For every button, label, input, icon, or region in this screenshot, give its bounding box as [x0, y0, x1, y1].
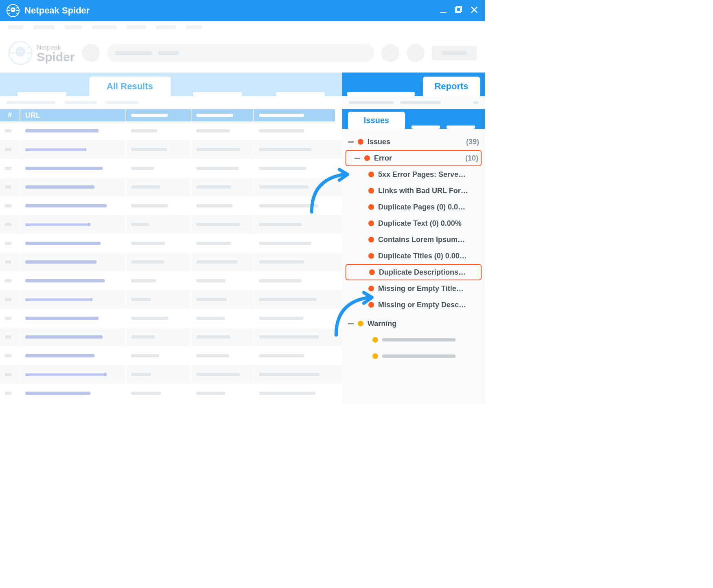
- table-row[interactable]: [0, 384, 342, 403]
- issues-tab-other[interactable]: [412, 126, 440, 129]
- error-item[interactable]: 5xx Error Pages: Serve…: [345, 166, 482, 183]
- column-header[interactable]: [254, 109, 336, 121]
- menu-item[interactable]: [64, 25, 82, 29]
- results-table: # URL: [0, 109, 342, 405]
- spider-logo-icon: [7, 4, 20, 17]
- column-index[interactable]: #: [0, 109, 20, 121]
- error-item[interactable]: Missing or Empty Title…: [345, 280, 482, 297]
- main-panel: All Results # URL: [0, 73, 342, 405]
- menu-item[interactable]: [186, 25, 202, 29]
- svg-point-3: [13, 9, 14, 10]
- menu-item[interactable]: [8, 25, 24, 29]
- table-row[interactable]: [0, 178, 342, 196]
- spider-logo-icon: [8, 41, 33, 65]
- warning-group[interactable]: Warning: [345, 315, 482, 332]
- column-header[interactable]: [191, 109, 254, 121]
- side-filter[interactable]: [400, 101, 441, 104]
- filters-row: [0, 96, 342, 109]
- side-tabs: Reports: [342, 73, 485, 96]
- issues-tab[interactable]: Issues: [348, 112, 405, 129]
- minimize-icon[interactable]: [439, 6, 447, 15]
- side-tab[interactable]: [347, 92, 415, 96]
- svg-point-2: [12, 9, 13, 10]
- start-button[interactable]: [432, 46, 477, 60]
- svg-point-10: [15, 47, 25, 57]
- titlebar: Netpeak Spider: [0, 0, 485, 21]
- issues-tab-other[interactable]: [447, 126, 475, 129]
- table-row[interactable]: [0, 234, 342, 253]
- severity-icon: [368, 220, 374, 226]
- filter-item[interactable]: [7, 101, 55, 104]
- window-controls: [439, 6, 478, 15]
- table-row[interactable]: [0, 290, 342, 309]
- table-row[interactable]: [0, 196, 342, 215]
- severity-icon: [368, 237, 374, 242]
- menu-item[interactable]: [126, 25, 146, 29]
- error-group[interactable]: Error (10): [345, 150, 482, 166]
- error-item[interactable]: Contains Lorem Ipsum…: [345, 231, 482, 248]
- column-url[interactable]: URL: [20, 109, 126, 121]
- side-panel: Reports Issues Issues (39) Error (10): [342, 73, 485, 405]
- severity-icon: [368, 172, 374, 177]
- filter-item[interactable]: [106, 101, 139, 104]
- side-toolbar: [342, 96, 485, 109]
- table-row[interactable]: [0, 121, 342, 140]
- main-tab[interactable]: [264, 92, 336, 96]
- collapse-icon[interactable]: [348, 323, 354, 324]
- window-title: Netpeak Spider: [24, 5, 90, 16]
- table-header: # URL: [0, 109, 342, 121]
- error-item[interactable]: Duplicate Titles (0) 0.00…: [345, 248, 482, 264]
- maximize-icon[interactable]: [455, 6, 463, 15]
- severity-icon: [368, 204, 374, 210]
- table-row[interactable]: [0, 140, 342, 159]
- menu-bar: [0, 21, 485, 33]
- table-row[interactable]: [0, 309, 342, 328]
- severity-icon: [372, 353, 378, 359]
- column-header[interactable]: [126, 109, 191, 121]
- issues-root[interactable]: Issues (39): [345, 134, 482, 150]
- main-tab[interactable]: [182, 92, 253, 96]
- url-input[interactable]: [107, 44, 374, 62]
- table-row[interactable]: [0, 159, 342, 178]
- severity-icon: [372, 337, 378, 343]
- table-row[interactable]: [0, 346, 342, 365]
- main-tabs: All Results: [0, 73, 342, 96]
- warning-item[interactable]: [345, 348, 482, 364]
- error-item[interactable]: Duplicate Descriptions…: [345, 264, 482, 280]
- severity-icon: [368, 253, 374, 259]
- error-item[interactable]: Links with Bad URL For…: [345, 183, 482, 199]
- svg-point-11: [18, 50, 20, 52]
- error-item[interactable]: Missing or Empty Desc…: [345, 297, 482, 313]
- close-icon[interactable]: [470, 6, 478, 15]
- main-tab[interactable]: [7, 92, 78, 96]
- toolbar: Netpeak Spider: [0, 33, 485, 73]
- svg-rect-6: [456, 8, 460, 13]
- table-row[interactable]: [0, 253, 342, 271]
- side-filter[interactable]: [349, 101, 394, 104]
- table-row[interactable]: [0, 328, 342, 346]
- severity-icon: [364, 155, 370, 161]
- logo-text: Netpeak Spider: [37, 44, 75, 62]
- collapse-icon[interactable]: [348, 141, 354, 143]
- error-item[interactable]: Duplicate Text (0) 0.00%: [345, 215, 482, 231]
- toolbar-button[interactable]: [82, 44, 100, 62]
- side-menu-icon[interactable]: [473, 101, 478, 104]
- app-logo: Netpeak Spider: [8, 41, 75, 65]
- table-row[interactable]: [0, 365, 342, 384]
- menu-item[interactable]: [33, 25, 55, 29]
- main-tab-all-results[interactable]: All Results: [89, 77, 171, 96]
- severity-icon: [369, 269, 375, 275]
- warning-item[interactable]: [345, 332, 482, 348]
- toolbar-button[interactable]: [381, 44, 399, 62]
- svg-rect-5: [457, 7, 462, 11]
- menu-item[interactable]: [156, 25, 176, 29]
- toolbar-button[interactable]: [407, 44, 425, 62]
- svg-point-1: [11, 7, 15, 12]
- table-row[interactable]: [0, 271, 342, 290]
- error-item[interactable]: Duplicate Pages (0) 0.0…: [345, 199, 482, 215]
- filter-item[interactable]: [64, 101, 97, 104]
- collapse-icon[interactable]: [354, 158, 360, 159]
- side-tab-reports[interactable]: Reports: [423, 77, 480, 96]
- menu-item[interactable]: [92, 25, 117, 29]
- table-row[interactable]: [0, 215, 342, 234]
